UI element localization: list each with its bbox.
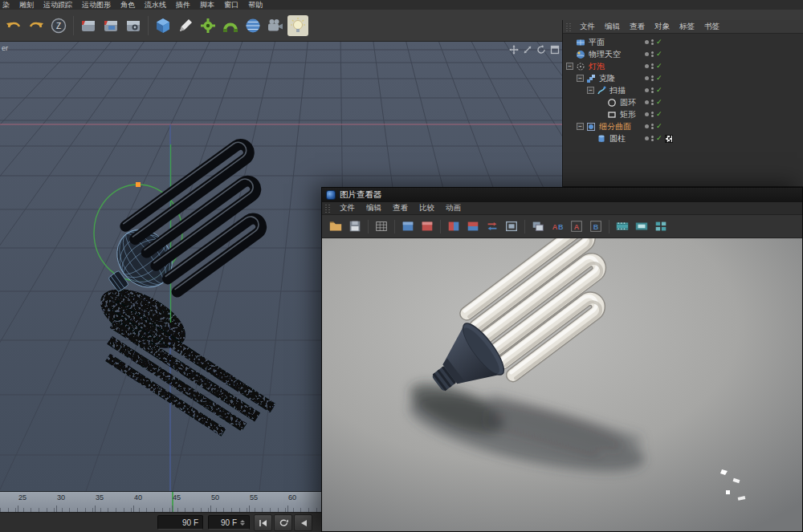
- rendered-image[interactable]: [322, 238, 802, 531]
- object-row[interactable]: 平面✓: [563, 36, 803, 48]
- visibility-dots-icon[interactable]: [651, 75, 654, 81]
- table-icon[interactable]: [373, 217, 390, 235]
- visibility-dots-icon[interactable]: [651, 39, 654, 45]
- visibility-dots-icon[interactable]: [651, 136, 654, 141]
- visibility-dots-icon[interactable]: [651, 112, 654, 117]
- viewport-maximize-icon[interactable]: [549, 44, 560, 55]
- ab-compare-icon[interactable]: AB: [548, 217, 566, 235]
- layout-red-icon[interactable]: [418, 217, 436, 235]
- visibility-dots-icon[interactable]: [651, 51, 654, 57]
- object-label[interactable]: 扫描: [609, 85, 626, 96]
- picture-viewer-titlebar[interactable]: 图片查看器: [322, 188, 802, 202]
- split-h-icon[interactable]: [445, 217, 463, 235]
- loop-button[interactable]: [274, 514, 292, 531]
- expand-toggle-icon[interactable]: −: [577, 123, 584, 130]
- menu-item-0[interactable]: 染: [0, 0, 14, 10]
- layer-dot[interactable]: [645, 88, 649, 92]
- enabled-check-icon[interactable]: ✓: [656, 63, 662, 70]
- filmstrip-2-icon[interactable]: [633, 217, 650, 235]
- object-row[interactable]: 物理天空✓: [563, 48, 803, 60]
- enabled-check-icon[interactable]: ✓: [656, 87, 662, 94]
- set-b-icon[interactable]: B: [587, 217, 605, 235]
- om-menu-item-4[interactable]: 标签: [675, 22, 699, 32]
- om-menu-item-2[interactable]: 查看: [625, 22, 650, 32]
- swap-ab-icon[interactable]: [483, 217, 501, 235]
- layer-dot[interactable]: [645, 124, 649, 128]
- enabled-check-icon[interactable]: ✓: [656, 51, 662, 58]
- redo-icon[interactable]: [26, 15, 47, 36]
- save-icon[interactable]: [346, 217, 364, 235]
- om-menu-item-3[interactable]: 对象: [650, 22, 675, 32]
- light-icon[interactable]: [287, 15, 308, 36]
- menu-item-2[interactable]: 运动跟踪: [39, 0, 77, 10]
- menu-item-9[interactable]: 帮助: [243, 0, 267, 10]
- layer-dot[interactable]: [645, 64, 649, 68]
- panel-grip-icon[interactable]: [566, 22, 572, 31]
- object-label[interactable]: 圆环: [620, 97, 636, 108]
- environment-icon[interactable]: [243, 15, 263, 36]
- pv-menu-item-1[interactable]: 编辑: [361, 203, 387, 213]
- zoom-icon[interactable]: Z: [48, 15, 69, 36]
- layer-dot[interactable]: [645, 100, 649, 104]
- visibility-dots-icon[interactable]: [651, 99, 654, 105]
- viewport-pan-icon[interactable]: [508, 44, 519, 55]
- object-label[interactable]: 细分曲面: [599, 121, 631, 132]
- deformers-icon[interactable]: [220, 15, 241, 36]
- menu-item-3[interactable]: 运动图形: [77, 0, 116, 10]
- menu-item-4[interactable]: 角色: [116, 0, 140, 10]
- undo-icon[interactable]: [3, 15, 24, 36]
- menu-item-8[interactable]: 窗口: [219, 0, 243, 10]
- enabled-check-icon[interactable]: ✓: [656, 111, 662, 118]
- picture-viewer-window[interactable]: 图片查看器 文件编辑查看比较动画 ABAB: [321, 187, 803, 532]
- viewport-zoom-icon[interactable]: [522, 44, 532, 55]
- expand-toggle-icon[interactable]: −: [587, 87, 594, 94]
- pen-icon[interactable]: [175, 15, 196, 36]
- pv-menu-item-0[interactable]: 文件: [334, 203, 361, 213]
- camera-icon[interactable]: [265, 15, 286, 36]
- visibility-dots-icon[interactable]: [651, 63, 654, 69]
- object-label[interactable]: 矩形: [620, 109, 636, 120]
- split-v-icon[interactable]: [464, 217, 482, 235]
- goto-start-button[interactable]: [254, 514, 272, 531]
- object-row[interactable]: −灯泡✓: [563, 60, 803, 72]
- open-icon[interactable]: [327, 217, 344, 235]
- object-row[interactable]: 圆柱✓: [563, 132, 803, 144]
- menu-item-7[interactable]: 脚本: [195, 0, 219, 10]
- dual-image-icon[interactable]: [529, 217, 547, 235]
- cube-icon[interactable]: [153, 15, 173, 36]
- om-menu-item-5[interactable]: 书签: [699, 22, 724, 32]
- object-row[interactable]: −细分曲面✓: [563, 120, 803, 132]
- spline-handle[interactable]: [136, 182, 141, 187]
- object-label[interactable]: 物理天空: [589, 49, 621, 60]
- object-label[interactable]: 灯泡: [589, 61, 605, 72]
- pv-menu-item-2[interactable]: 查看: [387, 203, 414, 213]
- menu-item-6[interactable]: 插件: [171, 0, 195, 10]
- texture-tag-icon[interactable]: [665, 135, 673, 143]
- object-label[interactable]: 平面: [589, 37, 605, 48]
- grid-teal-icon[interactable]: [652, 217, 670, 235]
- play-reverse-button[interactable]: [294, 514, 312, 531]
- fullscreen-icon[interactable]: [503, 217, 520, 235]
- object-label[interactable]: 克隆: [599, 73, 615, 84]
- om-menu-item-1[interactable]: 编辑: [600, 22, 625, 32]
- om-menu-item-0[interactable]: 文件: [575, 22, 600, 32]
- layout-blue-icon[interactable]: [399, 217, 417, 235]
- enabled-check-icon[interactable]: ✓: [656, 135, 662, 142]
- render-picture-viewer-icon[interactable]: [100, 15, 121, 36]
- pv-menu-item-4[interactable]: 动画: [440, 203, 467, 213]
- object-row[interactable]: 圆环✓: [563, 96, 803, 108]
- menu-item-5[interactable]: 流水线: [140, 0, 171, 10]
- enabled-check-icon[interactable]: ✓: [656, 123, 662, 130]
- object-row[interactable]: −克隆✓: [563, 72, 803, 84]
- expand-toggle-icon[interactable]: −: [566, 63, 573, 70]
- set-a-icon[interactable]: A: [568, 217, 585, 235]
- enabled-check-icon[interactable]: ✓: [656, 99, 662, 106]
- pv-menu-item-3[interactable]: 比较: [414, 203, 440, 213]
- object-row[interactable]: 矩形✓: [563, 108, 803, 120]
- enabled-check-icon[interactable]: ✓: [656, 75, 662, 82]
- render-settings-icon[interactable]: [123, 15, 144, 36]
- generators-icon[interactable]: [198, 15, 218, 36]
- frame-end-field[interactable]: 90 F: [157, 515, 203, 530]
- filmstrip-1-icon[interactable]: [613, 217, 631, 235]
- visibility-dots-icon[interactable]: [651, 124, 654, 129]
